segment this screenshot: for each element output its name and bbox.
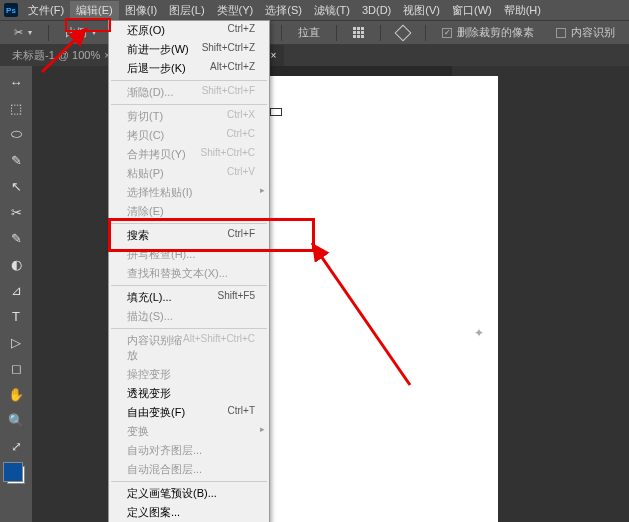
- menu-item-label: 自动混合图层...: [127, 462, 202, 477]
- menu-item[interactable]: 前进一步(W)Shift+Ctrl+Z: [109, 40, 269, 59]
- path-tool[interactable]: ▷: [5, 332, 27, 352]
- menu-item[interactable]: 自由变换(F)Ctrl+T: [109, 403, 269, 422]
- menu-item-label: 拷贝(C): [127, 128, 164, 143]
- edit-menu-dropdown: 还原(O)Ctrl+Z前进一步(W)Shift+Ctrl+Z后退一步(K)Alt…: [108, 20, 270, 522]
- menu-shortcut: Ctrl+V: [227, 166, 255, 181]
- ratio-dropdown[interactable]: 比例: [59, 24, 102, 41]
- separator: [425, 25, 426, 41]
- menu-help[interactable]: 帮助(H): [498, 1, 547, 20]
- menu-item: 自动对齐图层...: [109, 441, 269, 460]
- menu-item-label: 合并拷贝(Y): [127, 147, 186, 162]
- menu-item: 粘贴(P)Ctrl+V: [109, 164, 269, 183]
- menu-shortcut: Alt+Shift+Ctrl+C: [183, 333, 255, 363]
- eyedropper-tool[interactable]: ✂: [5, 202, 27, 222]
- menu-item: 渐隐(D)...Shift+Ctrl+F: [109, 83, 269, 102]
- brush-tool[interactable]: ✎: [5, 228, 27, 248]
- menu-filter[interactable]: 滤镜(T): [308, 1, 356, 20]
- crop-tool-icon[interactable]: ✂: [8, 25, 38, 40]
- separator: [48, 25, 49, 41]
- menu-shortcut: Shift+Ctrl+Z: [202, 42, 255, 57]
- menu-shortcut: Shift+F5: [217, 290, 255, 305]
- menu-item[interactable]: 还原(O)Ctrl+Z: [109, 21, 269, 40]
- canvas-corner-icon: [270, 108, 282, 116]
- gradient-tool[interactable]: ◐: [5, 254, 27, 274]
- menu-item: 操控变形: [109, 365, 269, 384]
- menu-separator: [111, 328, 267, 329]
- menu-item: 描边(S)...: [109, 307, 269, 326]
- menu-3d[interactable]: 3D(D): [356, 2, 397, 18]
- menu-item: 拼写检查(H)...: [109, 245, 269, 264]
- grid-icon[interactable]: [347, 26, 370, 39]
- menu-shortcut: Shift+Ctrl+F: [202, 85, 255, 100]
- move-tool[interactable]: ↔: [5, 72, 27, 92]
- menu-shortcut: Ctrl+X: [227, 109, 255, 124]
- menu-item-label: 还原(O): [127, 23, 165, 38]
- cb-label: 删除裁剪的像素: [457, 25, 534, 40]
- zoom-tool[interactable]: 🔍: [5, 410, 27, 430]
- menu-item[interactable]: 透视变形: [109, 384, 269, 403]
- menu-item: 自动混合图层...: [109, 460, 269, 479]
- menu-item-label: 定义画笔预设(B)...: [127, 486, 217, 501]
- hand-tool[interactable]: ✋: [5, 384, 27, 404]
- menu-item[interactable]: 填充(L)...Shift+F5: [109, 288, 269, 307]
- menu-item: 清除(E): [109, 202, 269, 221]
- menu-item[interactable]: 定义图案...: [109, 503, 269, 522]
- menu-window[interactable]: 窗口(W): [446, 1, 498, 20]
- close-icon[interactable]: ×: [271, 50, 277, 61]
- menu-item-label: 清除(E): [127, 204, 164, 219]
- menu-item-label: 查找和替换文本(X)...: [127, 266, 228, 281]
- color-swatch[interactable]: [7, 466, 25, 484]
- document-tabs: 未标题-1 @ 100% × 新建画布-2 @ 50%(RGB/8#) ×: [0, 44, 629, 66]
- menu-item: 拷贝(C)Ctrl+C: [109, 126, 269, 145]
- shape-tool[interactable]: ⊿: [5, 280, 27, 300]
- wand-tool[interactable]: ✎: [5, 150, 27, 170]
- menu-separator: [111, 481, 267, 482]
- rect-tool[interactable]: ◻: [5, 358, 27, 378]
- menu-item-label: 描边(S)...: [127, 309, 173, 324]
- menu-item-label: 粘贴(P): [127, 166, 164, 181]
- menu-item-label: 定义图案...: [127, 505, 180, 520]
- menu-image[interactable]: 图像(I): [119, 1, 163, 20]
- menu-item: 变换: [109, 422, 269, 441]
- menu-select[interactable]: 选择(S): [259, 1, 308, 20]
- menu-item: 合并拷贝(Y)Shift+Ctrl+C: [109, 145, 269, 164]
- menu-shortcut: Ctrl+Z: [228, 23, 256, 38]
- menu-item: 内容识别缩放Alt+Shift+Ctrl+C: [109, 331, 269, 365]
- menu-item-label: 渐隐(D)...: [127, 85, 173, 100]
- tab-doc-1[interactable]: 未标题-1 @ 100% ×: [4, 45, 118, 66]
- content-aware-checkbox[interactable]: 内容识别: [550, 24, 621, 41]
- menu-item-label: 后退一步(K): [127, 61, 186, 76]
- menu-item-label: 前进一步(W): [127, 42, 189, 57]
- menu-item[interactable]: 后退一步(K)Alt+Ctrl+Z: [109, 59, 269, 78]
- menu-separator: [111, 80, 267, 81]
- crop-tool[interactable]: ↖: [5, 176, 27, 196]
- menu-item-label: 透视变形: [127, 386, 171, 401]
- menu-item-label: 操控变形: [127, 367, 171, 382]
- menu-layer[interactable]: 图层(L): [163, 1, 210, 20]
- cb-label: 内容识别: [571, 25, 615, 40]
- separator: [380, 25, 381, 41]
- text-tool[interactable]: T: [5, 306, 27, 326]
- marquee-tool[interactable]: ⬚: [5, 98, 27, 118]
- menu-item-label: 自由变换(F): [127, 405, 185, 420]
- menu-edit[interactable]: 编辑(E): [70, 1, 119, 20]
- menu-separator: [111, 285, 267, 286]
- menu-item: 选择性粘贴(I): [109, 183, 269, 202]
- gear-icon[interactable]: [391, 26, 415, 40]
- menubar: Ps 文件(F) 编辑(E) 图像(I) 图层(L) 类型(Y) 选择(S) 滤…: [0, 0, 629, 20]
- menu-item[interactable]: 搜索Ctrl+F: [109, 226, 269, 245]
- lasso-tool[interactable]: ⬭: [5, 124, 27, 144]
- straighten-button[interactable]: 拉直: [292, 24, 326, 41]
- menu-item: 查找和替换文本(X)...: [109, 264, 269, 283]
- cursor-crosshair-icon: ✦: [474, 326, 484, 340]
- delete-cropped-checkbox[interactable]: ✓删除裁剪的像素: [436, 24, 540, 41]
- menu-type[interactable]: 类型(Y): [211, 1, 260, 20]
- menu-view[interactable]: 视图(V): [397, 1, 446, 20]
- menu-item[interactable]: 定义画笔预设(B)...: [109, 484, 269, 503]
- app-logo: Ps: [4, 3, 18, 17]
- menu-item-label: 剪切(T): [127, 109, 163, 124]
- artboard-tool[interactable]: ⤢: [5, 436, 27, 456]
- menu-shortcut: Ctrl+C: [226, 128, 255, 143]
- menu-file[interactable]: 文件(F): [22, 1, 70, 20]
- menu-item: 剪切(T)Ctrl+X: [109, 107, 269, 126]
